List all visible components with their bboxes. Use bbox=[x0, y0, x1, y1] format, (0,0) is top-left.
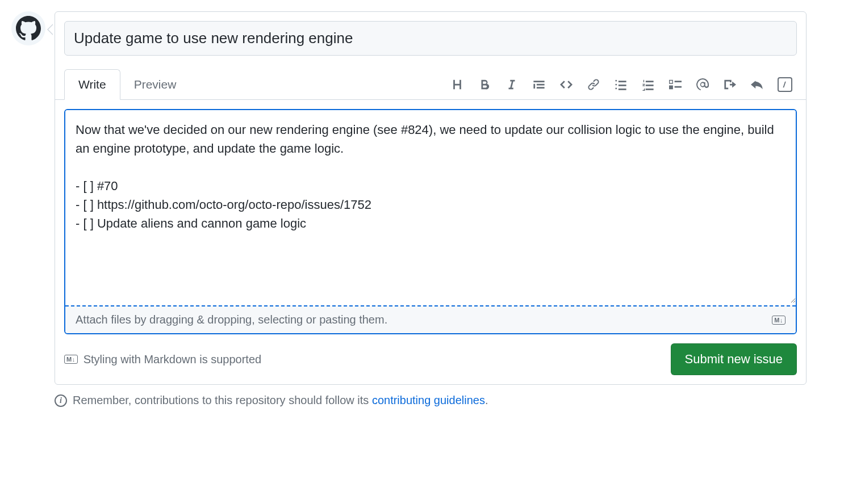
octocat-icon bbox=[16, 16, 41, 41]
guidelines-suffix: . bbox=[485, 394, 488, 406]
guidelines-prefix: Remember, contributions to this reposito… bbox=[73, 394, 372, 406]
issue-title-input[interactable] bbox=[64, 21, 797, 56]
slash-commands-icon[interactable] bbox=[778, 77, 792, 92]
mention-icon[interactable] bbox=[696, 78, 709, 91]
cross-reference-icon[interactable] bbox=[723, 78, 737, 91]
markdown-badge-icon: M↓ bbox=[64, 355, 78, 364]
unordered-list-icon[interactable] bbox=[614, 78, 628, 91]
submit-new-issue-button[interactable]: Submit new issue bbox=[671, 343, 797, 375]
issue-body-textarea[interactable] bbox=[65, 110, 796, 303]
italic-icon[interactable] bbox=[505, 78, 519, 91]
tab-preview[interactable]: Preview bbox=[120, 69, 190, 99]
attach-files-bar[interactable]: Attach files by dragging & dropping, sel… bbox=[65, 305, 796, 333]
markdown-toolbar bbox=[450, 77, 797, 92]
speech-arrow bbox=[47, 24, 53, 35]
link-icon[interactable] bbox=[587, 78, 600, 91]
attach-hint-text: Attach files by dragging & dropping, sel… bbox=[76, 313, 387, 326]
contributing-guidelines-link[interactable]: contributing guidelines bbox=[372, 394, 485, 406]
heading-icon[interactable] bbox=[450, 78, 464, 91]
info-icon: i bbox=[55, 394, 67, 407]
editor-tabs: Write Preview bbox=[64, 69, 190, 99]
user-avatar[interactable] bbox=[11, 11, 45, 45]
form-footer: M↓ Styling with Markdown is supported Su… bbox=[55, 343, 806, 384]
task-list-icon[interactable] bbox=[668, 78, 682, 91]
contributing-guidelines-notice: i Remember, contributions to this reposi… bbox=[55, 394, 807, 407]
markdown-support-text: Styling with Markdown is supported bbox=[83, 353, 261, 366]
issue-form: Write Preview bbox=[55, 11, 807, 385]
code-icon[interactable] bbox=[559, 78, 573, 91]
bold-icon[interactable] bbox=[478, 78, 491, 91]
markdown-support-link[interactable]: M↓ Styling with Markdown is supported bbox=[64, 353, 261, 366]
tabs-toolbar-row: Write Preview bbox=[55, 69, 806, 100]
reply-icon[interactable] bbox=[750, 78, 764, 91]
ordered-list-icon[interactable] bbox=[641, 78, 655, 91]
markdown-badge-icon: M↓ bbox=[772, 316, 785, 325]
tab-write[interactable]: Write bbox=[64, 69, 120, 100]
quote-icon[interactable] bbox=[532, 78, 546, 91]
comment-editor: Attach files by dragging & dropping, sel… bbox=[64, 109, 797, 334]
